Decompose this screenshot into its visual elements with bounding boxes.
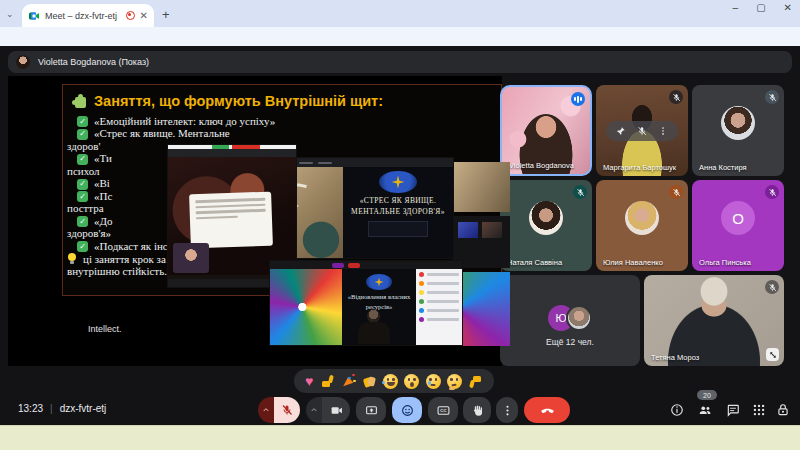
check-icon: ✓ bbox=[77, 129, 88, 140]
slide-line: «Стрес як явище. Ментальне bbox=[94, 128, 230, 140]
check-icon: ✓ bbox=[77, 191, 88, 202]
participant-list-panel bbox=[416, 269, 462, 345]
reaction-clapping-hands-icon[interactable] bbox=[362, 374, 377, 389]
browser-tab[interactable]: Meet – dzx-fvtr-etj ✕ bbox=[22, 4, 154, 27]
browser-tab-strip: ⌄ Meet – dzx-fvtr-etj ✕ + – ▢ ✕ bbox=[0, 0, 800, 27]
reaction-open-mouth-icon[interactable] bbox=[404, 374, 419, 389]
reaction-party-popper-icon[interactable] bbox=[341, 374, 356, 389]
participant-name: Ольга Пинська bbox=[699, 258, 751, 267]
camera-options-chevron[interactable] bbox=[306, 397, 322, 423]
captions-button[interactable] bbox=[428, 397, 458, 423]
shared-screen-stage: Заняття, що формують Внутрішній щит: ✓«Е… bbox=[8, 76, 502, 366]
avatar bbox=[625, 201, 659, 235]
tile-natalia-savvina[interactable]: Наталя Саввіна bbox=[500, 180, 592, 271]
windows-taskbar: Поиск P 12°C Cloudy УКР 13:23 10.10.2025 bbox=[0, 425, 800, 450]
browser-toolbar: ← → ⟳ https://meet.google.com/dzx-fvtr-e… bbox=[0, 27, 800, 46]
raise-hand-button[interactable] bbox=[463, 397, 491, 423]
presenter-avatar bbox=[16, 55, 30, 69]
presenter-name: Violetta Bogdanova (Показ) bbox=[38, 57, 149, 67]
nested-webcam-thumb bbox=[173, 243, 209, 273]
slide-line: посттра bbox=[67, 203, 104, 215]
host-controls-button[interactable] bbox=[774, 402, 792, 418]
slide-footer-text: Intellect. bbox=[88, 324, 122, 334]
nested-text-card bbox=[189, 192, 273, 249]
camera-button[interactable] bbox=[322, 397, 350, 423]
activities-button[interactable] bbox=[750, 402, 768, 418]
more-options-button[interactable] bbox=[496, 397, 518, 423]
participants-count-badge: 20 bbox=[697, 390, 717, 400]
tab-search-icon[interactable]: ⌄ bbox=[6, 9, 14, 19]
mic-off-icon bbox=[669, 90, 683, 104]
tile-yuliya-navalenko[interactable]: Юлия Наваленко bbox=[596, 180, 688, 271]
new-tab-button[interactable]: + bbox=[162, 8, 170, 21]
tile-tetiana-moroz[interactable]: Тетяна Мороз bbox=[644, 275, 784, 366]
more-options-icon[interactable] bbox=[658, 126, 668, 136]
check-icon: ✓ bbox=[77, 154, 88, 165]
avatar bbox=[721, 106, 755, 140]
reaction-thinking-icon[interactable] bbox=[447, 374, 462, 389]
reaction-sparkling-heart-icon[interactable]: ♥ bbox=[305, 374, 313, 389]
tab-close-icon[interactable]: ✕ bbox=[140, 11, 148, 21]
reactions-bar: ♥ bbox=[294, 369, 494, 393]
expand-tile-icon[interactable] bbox=[766, 348, 779, 361]
slide-line: «Пс bbox=[94, 191, 112, 203]
nested-window-resources-slide: «Відновлення власних ресурсів» bbox=[270, 261, 462, 345]
avatar bbox=[529, 201, 563, 235]
recording-indicator-icon bbox=[126, 11, 135, 20]
minimize-button[interactable]: – bbox=[733, 2, 739, 13]
reaction-thumbs-down-icon[interactable] bbox=[468, 374, 483, 389]
mic-button-group bbox=[258, 397, 300, 423]
tile-more-participants[interactable]: Ю Ещё 12 чел. bbox=[500, 275, 640, 366]
slide-line: здоров' bbox=[67, 141, 100, 153]
tab-title: Meet – dzx-fvtr-etj bbox=[45, 11, 121, 21]
tile-hover-controls[interactable] bbox=[606, 121, 678, 141]
edge-artwork bbox=[452, 162, 510, 212]
maximize-button[interactable]: ▢ bbox=[756, 2, 765, 13]
avatar bbox=[566, 305, 592, 331]
slide-line: здоров'я» bbox=[67, 228, 111, 240]
participant-name: Юлия Наваленко bbox=[603, 258, 663, 267]
tile-anna-kostyria[interactable]: Анна Костиря bbox=[692, 85, 784, 176]
mic-off-icon bbox=[765, 185, 779, 199]
close-button[interactable]: ✕ bbox=[784, 2, 792, 13]
mic-off-icon bbox=[765, 280, 779, 294]
screen: ⌄ Meet – dzx-fvtr-etj ✕ + – ▢ ✕ ← → ⟳ ht… bbox=[0, 0, 800, 450]
compass-logo-icon bbox=[366, 274, 392, 290]
spiral-artwork bbox=[270, 269, 342, 345]
participant-name: Наталя Саввіна bbox=[507, 258, 562, 267]
participants-button[interactable] bbox=[696, 402, 714, 418]
slide-line: «Емоційний інтелект: ключ до успіху» bbox=[94, 116, 275, 128]
meeting-code: dzx-fvtr-etj bbox=[60, 403, 107, 414]
mic-options-chevron[interactable] bbox=[258, 397, 274, 423]
mic-off-icon bbox=[669, 185, 683, 199]
participant-name: Violetta Bogdanova bbox=[509, 161, 574, 170]
reaction-thumbs-up-icon[interactable] bbox=[320, 374, 335, 389]
credit-block bbox=[368, 221, 428, 237]
slide-line: «До bbox=[94, 216, 113, 228]
chat-button[interactable] bbox=[724, 402, 742, 418]
meet-favicon-icon bbox=[28, 10, 40, 22]
slide-line: психол bbox=[67, 166, 100, 178]
tile-violetta-bogdanova[interactable]: Violetta Bogdanova bbox=[500, 85, 592, 176]
tile-olha-pynska[interactable]: О Ольга Пинська bbox=[692, 180, 784, 271]
meet-main-area: Violetta Bogdanova (Показ) Заняття, що ф… bbox=[0, 46, 800, 425]
meeting-info: 13:23 | dzx-fvtr-etj bbox=[18, 403, 106, 414]
mic-muted-button[interactable] bbox=[274, 397, 300, 423]
puzzle-piece-icon bbox=[73, 95, 87, 109]
check-icon: ✓ bbox=[77, 241, 88, 252]
reactions-button[interactable] bbox=[392, 397, 422, 423]
slide-line: «Ві bbox=[94, 178, 110, 190]
reaction-crying-icon[interactable] bbox=[426, 374, 441, 389]
participant-name: Тетяна Мороз bbox=[651, 353, 699, 362]
tile-margaryta-bartoshuk[interactable]: Маргарита Бартошук bbox=[596, 85, 688, 176]
meeting-details-button[interactable] bbox=[668, 402, 686, 418]
slide-title: Заняття, що формують Внутрішній щит: bbox=[94, 92, 383, 111]
pin-icon[interactable] bbox=[616, 126, 626, 136]
present-screen-button[interactable] bbox=[356, 397, 386, 423]
more-participants-label: Ещё 12 чел. bbox=[500, 337, 640, 347]
check-icon: ✓ bbox=[77, 216, 88, 227]
end-call-button[interactable] bbox=[524, 397, 570, 423]
mic-off-icon[interactable] bbox=[637, 126, 647, 136]
clock-time: 13:23 bbox=[18, 403, 43, 414]
reaction-tears-of-joy-icon[interactable] bbox=[383, 374, 398, 389]
